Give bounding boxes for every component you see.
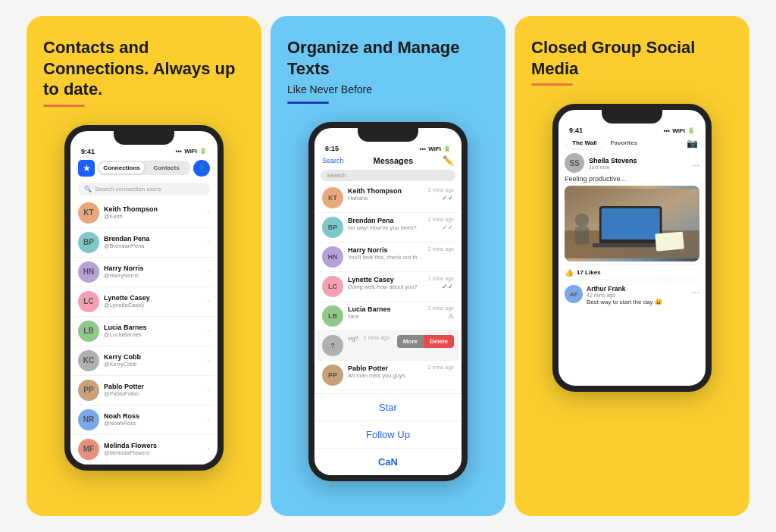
svg-rect-7: [575, 227, 589, 245]
back-link[interactable]: Search: [322, 157, 344, 164]
contact-name: Noah Ross: [104, 412, 203, 420]
commenter-avatar: AF: [565, 285, 583, 303]
msg-preview: Doing well, how about you?: [348, 283, 424, 290]
chevron-icon: ›: [208, 209, 210, 216]
msg-time: 2 mins ago: [428, 276, 454, 281]
search-icon: 🔍: [84, 186, 92, 192]
list-item[interactable]: BP Brendan Pena @BrendanPena ›: [74, 228, 214, 258]
post-text: Feeling productive...: [565, 175, 699, 183]
phone1-signal: ▪▪▪ WiFi 🔋: [176, 148, 207, 155]
swipe-more-btn[interactable]: More: [397, 335, 424, 348]
msg-preview: No way! How've you been?: [348, 224, 424, 231]
contact-info: Harry Norris @HarryNorris: [104, 264, 203, 279]
contact-name: Lucia Barnes: [104, 324, 203, 331]
contact-avatar: KT: [78, 202, 99, 224]
contact-name: Lynette Casey: [104, 294, 203, 302]
phone3-wrap: 9:41 ▪▪▪ WiFi 🔋 The Wall Favorites 📷: [545, 104, 719, 499]
contact-name: Pablo Potter: [104, 383, 203, 390]
battery-icon: 🔋: [199, 148, 207, 155]
list-item[interactable]: KT Keith Thompson @Keith ›: [74, 199, 214, 228]
tab-wall[interactable]: The Wall: [566, 137, 603, 149]
table-row[interactable]: HN Harry Norris You'll love this, check …: [318, 243, 458, 272]
table-row[interactable]: BP Brendan Pena No way! How've you been?…: [318, 213, 458, 243]
poster-avatar: SS: [565, 153, 584, 173]
msg-name: Lynette Casey: [348, 276, 424, 283]
list-item[interactable]: LB Lucia Barnes @LuciaBarnes ›: [74, 317, 214, 346]
phone3-signal: ▪▪▪ WiFi 🔋: [664, 127, 695, 134]
msg-preview: You'll love this, check out this video I…: [348, 254, 424, 261]
contact-handle: @LynetteCasey: [104, 302, 203, 308]
message-list: KT Keith Thompson Hahaha 2 mins ago ✓✓ B…: [314, 183, 462, 390]
star-option[interactable]: Star: [314, 394, 462, 421]
list-item[interactable]: MF Melinda Flowers @MelindaFlowers ›: [74, 435, 214, 465]
msg-name: Lucia Barnes: [348, 305, 424, 313]
search-bar[interactable]: 🔍 Search connection users: [78, 183, 210, 196]
panel3-title: Closed Group Social Media: [531, 37, 733, 79]
star-icon[interactable]: ★: [78, 160, 95, 177]
wifi2-icon: WiFi: [428, 146, 441, 152]
contact-info: Lynette Casey @LynetteCasey: [104, 294, 203, 308]
swipe-delete-btn[interactable]: Delete: [424, 335, 454, 348]
checkmark-icon: ✓✓: [442, 224, 454, 231]
comment-more-icon[interactable]: ...: [692, 285, 699, 296]
list-item[interactable]: PP Pablo Potter @PabloPotter ›: [74, 376, 214, 405]
contact-info: Kerry Cobb @KerryCobb: [104, 353, 203, 368]
contact-avatar: HN: [78, 261, 99, 283]
list-item[interactable]: NR Noah Ross @NoahRoss ›: [74, 405, 214, 435]
commenter-time: 42 mins ago: [587, 293, 688, 298]
panel1-underline: [43, 105, 85, 107]
contact-handle: @HarryNorris: [104, 272, 203, 279]
list-item[interactable]: KC Kerry Cobb @KerryCobb ›: [74, 346, 214, 376]
cancel-option[interactable]: CaN: [314, 449, 462, 475]
table-row[interactable]: KT Keith Thompson Hahaha 2 mins ago ✓✓: [318, 183, 458, 213]
chevron-icon: ›: [208, 268, 210, 275]
tab-contacts[interactable]: Contacts: [144, 162, 189, 174]
battery2-icon: 🔋: [443, 146, 451, 152]
panel-social: Closed Group Social Media 9:41 ▪▪▪ WiFi …: [515, 16, 749, 516]
contact-name: Brendan Pena: [104, 235, 203, 243]
connections-header: ★ Connections Contacts 👤: [70, 157, 217, 180]
table-row[interactable]: ? vig? 2 mins ago More Delete: [318, 331, 458, 361]
poster-time: Just now: [589, 164, 687, 170]
contact-avatar: LC: [78, 291, 99, 312]
msg-search[interactable]: Search: [321, 170, 455, 181]
msg-meta: 2 mins ago ✓✓: [428, 187, 454, 202]
list-item[interactable]: HN Harry Norris @HarryNorris ›: [74, 258, 214, 287]
contact-handle: @NoahRoss: [104, 420, 203, 427]
tab-favorites[interactable]: Favorites: [605, 137, 644, 149]
poster-row: SS Sheila Stevens Just now ...: [565, 153, 699, 173]
msg-content: Pablo Potter Ah man miss you guys: [348, 365, 424, 379]
msg-time: 2 mins ago: [428, 187, 454, 192]
thumbsup-icon[interactable]: 👍: [565, 268, 574, 277]
poster-name: Sheila Stevens: [589, 157, 687, 164]
compose-icon[interactable]: ✏️: [443, 155, 454, 166]
msg-meta: 2 mins ago ✓✓: [428, 217, 454, 231]
camera-icon[interactable]: 📷: [687, 138, 698, 149]
tab-connections[interactable]: Connections: [99, 162, 144, 174]
wifi-icon: WiFi: [184, 148, 197, 155]
msg-avatar: LC: [322, 276, 343, 297]
app-container: Contacts and Connections. Always up to d…: [0, 0, 776, 532]
contact-avatar: KC: [78, 350, 99, 371]
msg-avatar: ?: [322, 335, 343, 356]
signal2-icon: ▪▪▪: [420, 146, 427, 152]
table-row[interactable]: LB Lucia Barnes Nice 2 mins ago ⚠: [318, 302, 458, 331]
panel2-title: Organize and Manage Texts: [287, 37, 489, 79]
chevron-icon: ›: [208, 446, 210, 452]
contact-info: Noah Ross @NoahRoss: [104, 412, 203, 427]
messages-nav: Search Messages ✏️: [314, 154, 462, 167]
contact-info: Keith Thompson @Keith: [104, 205, 203, 220]
msg-content: Harry Norris You'll love this, check out…: [348, 246, 424, 261]
likes-row: 👍 17 Likes: [565, 264, 699, 280]
post-image-svg: [565, 186, 699, 261]
social-header: The Wall Favorites 📷: [559, 136, 706, 150]
user-avatar-icon[interactable]: 👤: [193, 160, 210, 177]
list-item[interactable]: LC Lynette Casey @LynetteCasey ›: [74, 287, 214, 317]
post-more-icon[interactable]: ...: [692, 158, 699, 168]
table-row[interactable]: PP Pablo Potter Ah man miss you guys 2 m…: [318, 361, 458, 390]
msg-meta: 2 mins ago ✓✓: [428, 276, 454, 290]
phone3: 9:41 ▪▪▪ WiFi 🔋 The Wall Favorites 📷: [552, 104, 712, 392]
commenter-info: Arthur Frank 42 mins ago Best way to sta…: [587, 285, 688, 305]
followup-option[interactable]: Follow Up: [314, 421, 462, 449]
table-row[interactable]: LC Lynette Casey Doing well, how about y…: [318, 272, 458, 302]
